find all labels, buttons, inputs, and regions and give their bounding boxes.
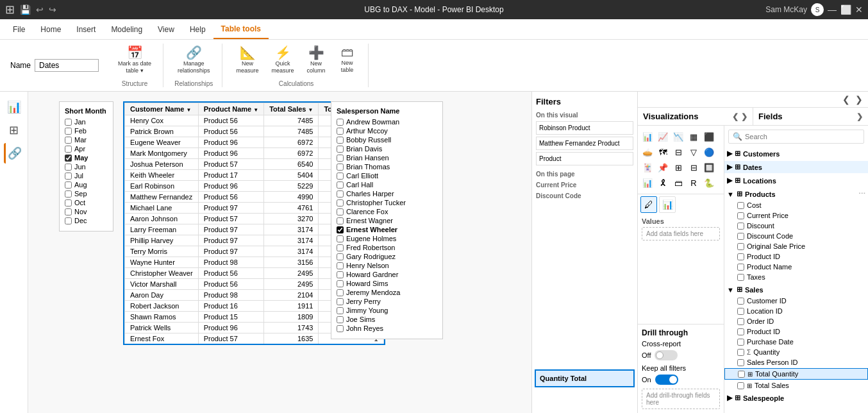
field-group-sales-header[interactable]: ▼ ⊞ Sales [724, 283, 868, 296]
tab-table-tools[interactable]: Table tools [213, 19, 269, 39]
field-purchase-date-cb[interactable] [737, 339, 744, 346]
viz-funnel[interactable]: ▽ [687, 145, 701, 159]
field-product-id-cb[interactable] [737, 253, 744, 260]
field-current-price-cb[interactable] [737, 212, 744, 219]
new-column-btn[interactable]: ➕ Newcolumn [303, 44, 330, 76]
field-quantity-cb[interactable] [737, 349, 744, 356]
field-discount-code[interactable]: Discount Code [724, 231, 868, 241]
viz-back-btn[interactable]: ❮ [732, 112, 739, 121]
month-mar-cb[interactable] [65, 137, 72, 144]
field-order-id-cb[interactable] [737, 318, 744, 325]
field-quantity[interactable]: Σ Quantity [724, 347, 868, 357]
field-product-id[interactable]: Product ID [724, 251, 868, 262]
viz-line-chart[interactable]: 📈 [656, 130, 670, 144]
tab-file[interactable]: File [5, 19, 33, 39]
field-taxes[interactable]: Taxes [724, 272, 868, 282]
viz-scatter[interactable]: ⬛ [702, 130, 716, 144]
sp-joe[interactable]: Joe Sims [337, 316, 437, 323]
window-controls-left[interactable]: 💾 ↩ ↪ [20, 4, 56, 15]
viz-analytics-btn[interactable]: 📊 [659, 196, 676, 213]
filter-item-robinson[interactable]: Robinson Product [536, 121, 633, 135]
add-data-fields-btn[interactable]: Add data fields here [642, 227, 720, 240]
col-sales[interactable]: Total Sales ▼ [264, 103, 319, 115]
manage-relationships-btn[interactable]: 🔗 Managerelationships [174, 44, 214, 76]
field-discount-code-cb[interactable] [737, 233, 744, 240]
field-discount-cb[interactable] [737, 223, 744, 230]
sp-gary[interactable]: Gary Rodriguez [337, 253, 437, 260]
field-total-sales-cb[interactable] [737, 382, 744, 389]
sp-howard-s[interactable]: Howard Sims [337, 280, 437, 287]
undo-icon[interactable]: ↩ [36, 4, 44, 15]
tab-help[interactable]: Help [182, 19, 213, 39]
viz-stacked-bar[interactable]: ▦ [687, 130, 701, 144]
name-input[interactable] [35, 59, 99, 72]
field-total-quantity[interactable]: ⊞ Total Quantity [724, 368, 868, 380]
fields-search-input[interactable] [745, 133, 860, 140]
filter-item-matthew[interactable]: Matthew Fernandez Product [536, 137, 633, 150]
add-drill-btn[interactable]: Add drill-through fields here [642, 389, 720, 409]
viz-filled-map[interactable]: 🗃 [671, 176, 685, 190]
field-sales-prod-id-cb[interactable] [737, 328, 744, 335]
field-original-sale-price[interactable]: Original Sale Price [724, 241, 868, 251]
month-jan-cb[interactable] [65, 119, 72, 126]
month-nov-cb[interactable] [65, 208, 72, 215]
mark-date-table-btn[interactable]: 📅 Mark as datetable ▾ [114, 44, 155, 76]
new-measure-btn[interactable]: 📐 Newmeasure [233, 44, 263, 76]
viz-gauge[interactable]: 🔵 [702, 145, 716, 159]
sp-ernest-w[interactable]: Ernest Wagner [337, 217, 437, 224]
sp-carl-h[interactable]: Carl Hall [337, 181, 437, 189]
month-may[interactable]: May [65, 154, 108, 162]
field-group-customers-header[interactable]: ▶ ⊞ Customers [724, 148, 868, 160]
model-view-btn[interactable]: 🔗 [4, 143, 24, 164]
collapse-right-btn[interactable]: ❯ [855, 94, 863, 105]
sp-eugene[interactable]: Eugene Holmes [337, 235, 437, 242]
sp-henry[interactable]: Henry Nelson [337, 262, 437, 269]
viz-area-chart[interactable]: 📉 [671, 130, 685, 144]
field-group-dates-header[interactable]: ▶ ⊞ Dates [724, 161, 868, 173]
tab-insert[interactable]: Insert [69, 19, 103, 39]
viz-kpi[interactable]: 📌 [656, 160, 670, 174]
month-jun[interactable]: Jun [65, 163, 108, 171]
viz-waterfall[interactable]: 📊 [640, 176, 655, 190]
collapse-left-btn[interactable]: ❮ [842, 94, 850, 105]
field-group-locations-header[interactable]: ▶ ⊞ Locations [724, 174, 868, 187]
field-location-id[interactable]: Location ID [724, 306, 868, 316]
filter-item-product[interactable]: Product [536, 152, 633, 165]
field-taxes-cb[interactable] [737, 274, 744, 281]
sp-jimmy[interactable]: Jimmy Young [337, 307, 437, 314]
field-current-price[interactable]: Current Price [724, 210, 868, 221]
field-sp-id-cb[interactable] [737, 359, 744, 366]
viz-table[interactable]: ⊞ [671, 160, 685, 174]
viz-r-visual[interactable]: R [687, 176, 701, 190]
field-order-id[interactable]: Order ID [724, 316, 868, 326]
month-aug[interactable]: Aug [65, 181, 108, 189]
col-customer[interactable]: Customer Name ▼ [125, 103, 199, 115]
field-orig-cb[interactable] [737, 243, 744, 250]
viz-slicer[interactable]: 🔲 [702, 160, 716, 174]
sp-fred[interactable]: Fred Robertson [337, 244, 437, 251]
sp-clarence[interactable]: Clarence Fox [337, 208, 437, 215]
new-table-btn[interactable]: 🗃 Newtable [335, 44, 360, 76]
month-jan[interactable]: Jan [65, 118, 108, 126]
redo-icon[interactable]: ↪ [49, 4, 56, 15]
field-sales-person-id[interactable]: Sales Person ID [724, 357, 868, 367]
sp-christopher[interactable]: Christopher Tucker [337, 199, 437, 206]
field-total-qty-cb[interactable] [738, 371, 745, 378]
field-loc-id-cb[interactable] [737, 308, 744, 315]
viz-format-btn[interactable]: 🖊 [640, 196, 657, 213]
viz-card[interactable]: 🃏 [640, 160, 655, 174]
viz-matrix[interactable]: ⊟ [687, 160, 701, 174]
field-customer-id[interactable]: Customer ID [724, 296, 868, 306]
report-view-btn[interactable]: 📊 [4, 97, 24, 117]
month-apr[interactable]: Apr [65, 145, 108, 153]
month-aug-cb[interactable] [65, 181, 72, 189]
month-feb[interactable]: Feb [65, 127, 108, 135]
field-purchase-date[interactable]: Purchase Date [724, 337, 868, 347]
sp-carl-e[interactable]: Carl Elliott [337, 172, 437, 180]
field-group-products-header[interactable]: ▼ ⊞ Products ⋯ [724, 188, 868, 200]
close-btn[interactable]: ✕ [855, 4, 863, 15]
viz-map[interactable]: 🗺 [656, 145, 670, 159]
field-sales-product-id[interactable]: Product ID [724, 326, 868, 337]
quick-measure-btn[interactable]: ⚡ Quickmeasure [268, 44, 298, 76]
tab-home[interactable]: Home [33, 19, 69, 39]
